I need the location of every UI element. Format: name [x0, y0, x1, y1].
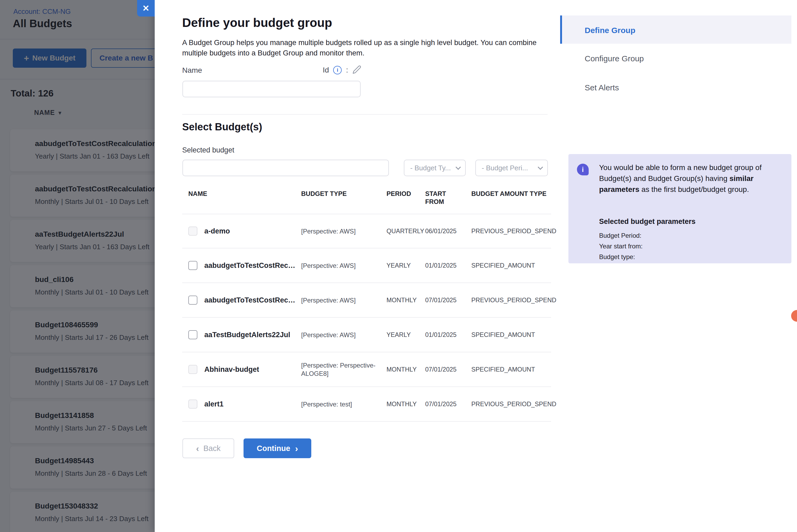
info-bubble-icon: i [577, 164, 589, 175]
budget-group-drawer: ✕ Define your budget group A Budget Grou… [155, 0, 797, 532]
continue-button[interactable]: Continue › [243, 438, 311, 458]
edit-icon[interactable] [352, 65, 362, 75]
budget-search-input[interactable] [182, 160, 389, 176]
row-period: MONTHLY [387, 297, 420, 304]
row-period: MONTHLY [387, 401, 420, 408]
row-period: YEARLY [387, 331, 420, 339]
all-budgets-page: Account: CCM-NG All Budgets + New Budget… [0, 0, 155, 532]
close-button[interactable]: ✕ [137, 0, 155, 17]
screen: Account: CCM-NG All Budgets + New Budget… [0, 0, 797, 532]
row-name: alert1 [204, 400, 224, 408]
selected-parameters-heading: Selected budget parameters [599, 217, 696, 226]
budget-table-body: a-demo [Perspective: AWS] QUARTERLY 06/0… [182, 214, 551, 422]
row-start-from: 01/01/2025 [425, 331, 466, 339]
selected-budget-label: Selected budget [182, 146, 234, 154]
info-message-suffix: as the first budget/budget group. [640, 185, 749, 193]
row-budget-type: [Perspective: AWS] [301, 296, 381, 304]
row-name: aabudgetToTestCostRecalcul... [204, 262, 296, 270]
row-start-from: 01/01/2025 [425, 262, 466, 269]
active-step-indicator [560, 16, 562, 44]
budget-period-filter-value: - Budget Peri... [482, 164, 528, 172]
row-budget-type: [Perspective: AWS] [301, 262, 381, 270]
id-row: Id i : [323, 65, 362, 75]
back-label: Back [203, 444, 220, 453]
row-period: YEARLY [387, 262, 420, 269]
drawer-description: A Budget Group helps you manage multiple… [182, 37, 556, 58]
row-start-from: 07/01/2025 [425, 401, 466, 408]
table-row[interactable]: Abhinav-budget [Perspective: Perspective… [182, 353, 551, 387]
section-divider [182, 114, 548, 115]
row-amount-type: SPECIFIED_AMOUNT [471, 366, 549, 373]
row-amount-type: PREVIOUS_PERIOD_SPEND [471, 401, 549, 408]
row-start-from: 07/01/2025 [425, 366, 466, 373]
row-name: aaTestBudgetAlerts22Jul [204, 331, 290, 339]
header-budget-type: BUDGET TYPE [301, 190, 381, 206]
info-bubble-glyph: i [582, 166, 584, 173]
param-year-start: Year start from: [599, 243, 643, 250]
row-period: QUARTERLY [387, 228, 420, 235]
back-chevron-icon: ‹ [196, 444, 199, 453]
info-panel: i You would be able to form a new budget… [569, 154, 791, 263]
budget-table-header: NAME BUDGET TYPE PERIOD START FROM BUDGE… [182, 190, 551, 206]
row-period: MONTHLY [387, 366, 420, 373]
id-colon: : [346, 66, 348, 74]
name-field-label: Name [182, 66, 202, 75]
row-start-from: 07/01/2025 [425, 297, 466, 304]
step-configure-group[interactable]: Configure Group [585, 54, 644, 63]
forward-chevron-icon: › [295, 444, 298, 453]
info-icon[interactable]: i [333, 66, 342, 74]
row-name: aabudgetToTestCostRecalcul... [204, 296, 296, 304]
row-budget-type: [Perspective: AWS] [301, 227, 381, 235]
header-period: PERIOD [387, 190, 420, 206]
select-budgets-heading: Select Budget(s) [182, 121, 262, 133]
row-amount-type: PREVIOUS_PERIOD_SPEND [471, 228, 549, 235]
row-checkbox[interactable] [188, 296, 197, 305]
id-label: Id [323, 66, 329, 74]
continue-label: Continue [257, 444, 291, 453]
info-icon-glyph: i [337, 67, 338, 73]
row-checkbox[interactable] [188, 261, 197, 270]
info-message: You would be able to form a new budget g… [599, 162, 778, 195]
chevron-down-icon [538, 165, 543, 170]
chevron-down-icon [456, 165, 461, 170]
header-start-from: START FROM [425, 190, 466, 206]
table-row[interactable]: alert1 [Perspective: test] MONTHLY 07/01… [182, 387, 551, 422]
close-icon: ✕ [143, 3, 150, 13]
row-name: Abhinav-budget [204, 365, 259, 374]
table-row[interactable]: aaTestBudgetAlerts22Jul [Perspective: AW… [182, 318, 551, 353]
budget-type-filter-value: - Budget Ty... [410, 164, 451, 172]
group-name-input[interactable] [182, 81, 360, 97]
row-amount-type: SPECIFIED_AMOUNT [471, 331, 549, 339]
row-checkbox[interactable] [188, 330, 197, 339]
budget-type-filter[interactable]: - Budget Ty... [404, 160, 466, 176]
drawer-title: Define your budget group [182, 16, 332, 30]
header-name: NAME [188, 190, 296, 206]
back-button[interactable]: ‹ Back [182, 438, 234, 458]
param-budget-period: Budget Period: [599, 232, 642, 239]
row-checkbox[interactable] [188, 227, 197, 235]
row-budget-type: [Perspective: AWS] [301, 331, 381, 339]
row-budget-type: [Perspective: Perspective-ALOGE8] [301, 361, 381, 378]
table-row[interactable]: aabudgetToTestCostRecalcul... [Perspecti… [182, 283, 551, 318]
row-name: a-demo [204, 227, 230, 235]
header-budget-amount-type: BUDGET AMOUNT TYPE [471, 190, 549, 206]
param-budget-type: Budget type: [599, 253, 635, 261]
table-row[interactable]: aabudgetToTestCostRecalcul... [Perspecti… [182, 248, 551, 283]
row-checkbox[interactable] [188, 365, 197, 374]
row-start-from: 06/01/2025 [425, 228, 466, 235]
table-row[interactable]: a-demo [Perspective: AWS] QUARTERLY 06/0… [182, 214, 551, 248]
budget-period-filter[interactable]: - Budget Peri... [475, 160, 548, 176]
row-amount-type: SPECIFIED_AMOUNT [471, 262, 549, 269]
step-define-group[interactable]: Define Group [585, 26, 635, 35]
row-amount-type: PREVIOUS_PERIOD_SPEND [471, 297, 549, 304]
modal-overlay[interactable] [0, 0, 155, 532]
row-budget-type: [Perspective: test] [301, 400, 381, 408]
step-set-alerts[interactable]: Set Alerts [585, 83, 619, 92]
budget-table: NAME BUDGET TYPE PERIOD START FROM BUDGE… [182, 190, 551, 422]
row-checkbox[interactable] [188, 400, 197, 408]
